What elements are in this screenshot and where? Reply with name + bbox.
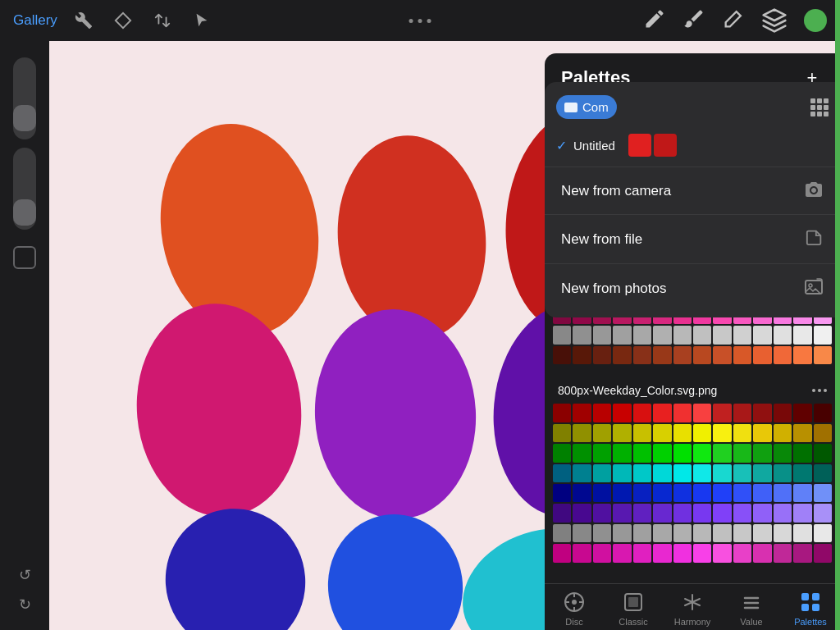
color-cell[interactable] bbox=[653, 404, 671, 422]
color-cell[interactable] bbox=[793, 504, 811, 522]
color-cell[interactable] bbox=[553, 484, 571, 502]
color-cell[interactable] bbox=[774, 424, 792, 442]
color-cell[interactable] bbox=[593, 464, 611, 482]
color-cell[interactable] bbox=[753, 424, 771, 442]
color-cell[interactable] bbox=[633, 346, 651, 364]
color-cell[interactable] bbox=[693, 544, 711, 562]
green-color-stripe[interactable] bbox=[835, 0, 840, 630]
untitled-palette-row[interactable]: ✓ Untitled bbox=[545, 126, 840, 165]
color-cell[interactable] bbox=[653, 484, 671, 502]
color-cell[interactable] bbox=[573, 544, 591, 562]
color-cell[interactable] bbox=[613, 424, 631, 442]
color-cell[interactable] bbox=[573, 524, 591, 542]
color-cell[interactable] bbox=[693, 404, 711, 422]
color-cell[interactable] bbox=[733, 504, 751, 522]
color-cell[interactable] bbox=[733, 464, 751, 482]
undo-button[interactable]: ↺ bbox=[19, 566, 31, 584]
color-cell[interactable] bbox=[693, 524, 711, 542]
color-cell[interactable] bbox=[613, 444, 631, 462]
wrench-icon[interactable] bbox=[71, 7, 97, 34]
color-cell[interactable] bbox=[733, 346, 751, 364]
color-cell[interactable] bbox=[753, 524, 771, 542]
color-cell[interactable] bbox=[553, 464, 571, 482]
color-cell[interactable] bbox=[653, 504, 671, 522]
tab-value[interactable]: Value bbox=[722, 591, 781, 627]
tab-disc[interactable]: Disc bbox=[545, 591, 604, 627]
tab-palettes[interactable]: Palettes bbox=[781, 591, 840, 627]
color-cell[interactable] bbox=[713, 504, 731, 522]
color-cell[interactable] bbox=[814, 504, 832, 522]
color-cell[interactable] bbox=[793, 484, 811, 502]
color-cell[interactable] bbox=[814, 524, 832, 542]
color-cell[interactable] bbox=[693, 444, 711, 462]
color-cell[interactable] bbox=[613, 346, 631, 364]
color-cell[interactable] bbox=[653, 444, 671, 462]
color-cell[interactable] bbox=[673, 444, 692, 462]
color-cell[interactable] bbox=[673, 504, 692, 522]
color-cell[interactable] bbox=[774, 504, 792, 522]
color-cell[interactable] bbox=[573, 444, 591, 462]
transform-icon[interactable] bbox=[149, 7, 176, 34]
tab-classic[interactable]: Classic bbox=[604, 591, 663, 627]
color-cell[interactable] bbox=[553, 424, 571, 442]
new-from-file-item[interactable]: New from file bbox=[545, 217, 840, 262]
color-cell[interactable] bbox=[713, 444, 731, 462]
color-cell[interactable] bbox=[774, 404, 792, 422]
color-cell[interactable] bbox=[774, 464, 792, 482]
color-cell[interactable] bbox=[693, 346, 711, 364]
color-cell[interactable] bbox=[774, 444, 792, 462]
color-cell[interactable] bbox=[673, 346, 692, 364]
color-cell[interactable] bbox=[593, 346, 611, 364]
tab-harmony[interactable]: Harmony bbox=[663, 591, 722, 627]
color-cell[interactable] bbox=[753, 484, 771, 502]
color-cell[interactable] bbox=[553, 544, 571, 562]
layers-icon[interactable] bbox=[761, 7, 788, 34]
color-cell[interactable] bbox=[713, 544, 731, 562]
color-cell[interactable] bbox=[733, 424, 751, 442]
color-cell[interactable] bbox=[673, 464, 692, 482]
color-cell[interactable] bbox=[553, 346, 571, 364]
color-cell[interactable] bbox=[573, 504, 591, 522]
redo-button[interactable]: ↻ bbox=[19, 596, 31, 614]
color-cell[interactable] bbox=[613, 326, 631, 344]
color-cell[interactable] bbox=[793, 404, 811, 422]
color-cell[interactable] bbox=[553, 404, 571, 422]
color-cell[interactable] bbox=[593, 544, 611, 562]
color-cell[interactable] bbox=[653, 464, 671, 482]
color-cell[interactable] bbox=[633, 444, 651, 462]
color-cell[interactable] bbox=[573, 424, 591, 442]
color-cell[interactable] bbox=[814, 424, 832, 442]
color-cell[interactable] bbox=[713, 346, 731, 364]
color-cell[interactable] bbox=[814, 484, 832, 502]
color-cell[interactable] bbox=[593, 524, 611, 542]
color-cell[interactable] bbox=[633, 424, 651, 442]
color-cell[interactable] bbox=[553, 504, 571, 522]
color-cell[interactable] bbox=[793, 524, 811, 542]
color-cell[interactable] bbox=[753, 544, 771, 562]
new-from-camera-item[interactable]: New from camera bbox=[545, 169, 840, 212]
color-cell[interactable] bbox=[814, 444, 832, 462]
color-cell[interactable] bbox=[653, 346, 671, 364]
eraser-tool-icon[interactable] bbox=[722, 7, 745, 34]
color-cell[interactable] bbox=[613, 484, 631, 502]
color-cell[interactable] bbox=[753, 444, 771, 462]
compact-palette-pill[interactable]: Com bbox=[556, 95, 617, 119]
selection-icon[interactable] bbox=[110, 7, 136, 34]
color-cell[interactable] bbox=[673, 424, 692, 442]
color-cell[interactable] bbox=[713, 484, 731, 502]
color-cell[interactable] bbox=[733, 524, 751, 542]
color-cell[interactable] bbox=[693, 326, 711, 344]
color-cell[interactable] bbox=[593, 424, 611, 442]
color-cell[interactable] bbox=[713, 326, 731, 344]
color-cell[interactable] bbox=[673, 404, 692, 422]
color-cell[interactable] bbox=[593, 404, 611, 422]
color-cell[interactable] bbox=[653, 544, 671, 562]
color-cell[interactable] bbox=[733, 404, 751, 422]
color-cell[interactable] bbox=[713, 464, 731, 482]
color-cell[interactable] bbox=[693, 484, 711, 502]
color-cell[interactable] bbox=[774, 484, 792, 502]
color-cell[interactable] bbox=[814, 544, 832, 562]
color-cell[interactable] bbox=[733, 544, 751, 562]
color-cell[interactable] bbox=[774, 544, 792, 562]
user-avatar[interactable] bbox=[804, 9, 827, 32]
